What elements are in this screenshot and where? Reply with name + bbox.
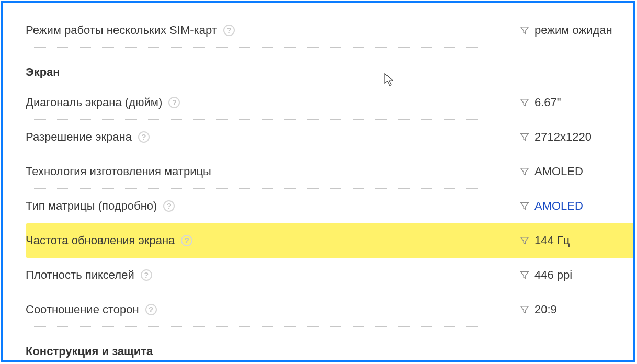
section-title-screen: Экран <box>26 48 635 85</box>
spec-content: Режим работы нескольких SIM-карт ? режим… <box>26 13 635 362</box>
spec-value-text: 6.67" <box>534 96 561 109</box>
spec-label: Диагональ экрана (дюйм)? <box>26 85 488 120</box>
spec-row: Разрешение экрана?2712x1220 <box>26 120 635 154</box>
spec-label-text: Технология изготовления матрицы <box>26 165 211 178</box>
spec-label-text: Разрешение экрана <box>26 130 132 144</box>
spec-row-sim-mode: Режим работы нескольких SIM-карт ? режим… <box>26 13 635 48</box>
spec-label-text: Частота обновления экрана <box>26 234 175 247</box>
spec-value-cell: 446 ppi <box>488 268 635 282</box>
spec-label-text: Тип матрицы (подробно) <box>26 199 157 213</box>
spec-value-text: режим ожидан <box>534 24 612 37</box>
spec-label-text: Соотношение сторон <box>26 303 139 316</box>
help-icon[interactable]: ? <box>141 269 152 281</box>
spec-value-cell: AMOLED <box>488 165 635 178</box>
spec-row: Технология изготовления матрицыAMOLED <box>26 154 635 189</box>
spec-label: Тип матрицы (подробно)? <box>26 189 488 223</box>
spec-row: Соотношение сторон?20:9 <box>26 292 635 327</box>
spec-row: Плотность пикселей?446 ppi <box>26 258 635 292</box>
help-icon[interactable]: ? <box>168 97 180 108</box>
filter-icon[interactable] <box>520 26 529 35</box>
spec-label-text: Диагональ экрана (дюйм) <box>26 96 162 109</box>
filter-icon[interactable] <box>520 305 529 314</box>
filter-icon[interactable] <box>520 132 529 142</box>
spec-row: Диагональ экрана (дюйм)?6.67" <box>26 85 635 120</box>
spec-row: Тип матрицы (подробно)?AMOLED <box>26 189 635 223</box>
filter-icon[interactable] <box>520 201 529 211</box>
spec-value-text: 20:9 <box>534 303 557 316</box>
filter-icon[interactable] <box>520 236 529 245</box>
filter-icon[interactable] <box>520 167 529 176</box>
spec-label: Частота обновления экрана? <box>26 223 488 258</box>
help-icon[interactable]: ? <box>145 304 157 315</box>
spec-label-text: Плотность пикселей <box>26 268 134 282</box>
filter-icon[interactable] <box>520 270 529 280</box>
spec-value-cell: 144 Гц <box>488 234 635 247</box>
spec-label: Плотность пикселей? <box>26 258 488 292</box>
spec-value-cell: режим ожидан <box>488 24 635 37</box>
help-icon[interactable]: ? <box>223 25 235 36</box>
spec-value-text: AMOLED <box>534 165 583 178</box>
spec-label: Разрешение экрана? <box>26 120 488 154</box>
spec-panel: Режим работы нескольких SIM-карт ? режим… <box>1 1 635 362</box>
spec-value-cell: AMOLED <box>488 199 635 213</box>
spec-label: Технология изготовления матрицы <box>26 154 488 189</box>
spec-value-text[interactable]: AMOLED <box>534 199 583 213</box>
spec-value-text: 2712x1220 <box>534 130 592 144</box>
screen-spec-list: Диагональ экрана (дюйм)?6.67"Разрешение … <box>26 85 635 327</box>
spec-label: Соотношение сторон? <box>26 292 488 327</box>
help-icon[interactable]: ? <box>181 235 192 246</box>
spec-label-text: Режим работы нескольких SIM-карт <box>26 24 217 37</box>
help-icon[interactable]: ? <box>138 131 150 143</box>
filter-icon[interactable] <box>520 98 529 107</box>
spec-value-text: 144 Гц <box>534 234 570 247</box>
spec-value-text: 446 ppi <box>534 268 572 282</box>
section-title-construction: Конструкция и защита <box>26 327 635 362</box>
spec-value-cell: 20:9 <box>488 303 635 316</box>
spec-label: Режим работы нескольких SIM-карт ? <box>26 13 488 48</box>
help-icon[interactable]: ? <box>163 200 175 212</box>
spec-value-cell: 6.67" <box>488 96 635 109</box>
spec-value-cell: 2712x1220 <box>488 130 635 144</box>
spec-row: Частота обновления экрана?144 Гц <box>26 223 635 258</box>
